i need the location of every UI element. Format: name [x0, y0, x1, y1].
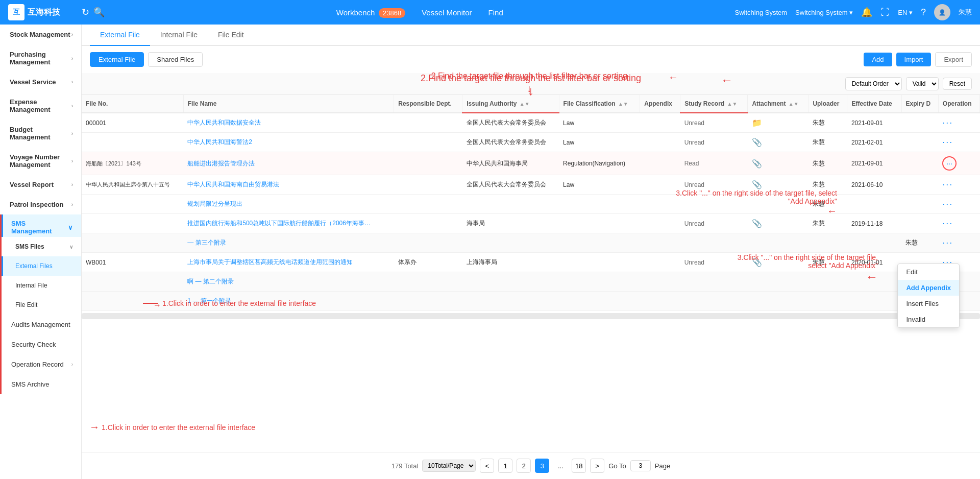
sidebar-item-purchasing-management[interactable]: Purchasing Management › [0, 44, 81, 72]
cell-classification: Regulation(Navigation) [559, 152, 640, 175]
cell-authority: 海事局 [462, 214, 559, 233]
cell-file-name: 中华人民共和国数据安全法 [183, 113, 394, 133]
table-row: 1 — 第一个附录 朱慧 ··· [82, 292, 980, 311]
add-button[interactable]: Add [864, 53, 892, 66]
goto-input[interactable] [630, 460, 651, 471]
cell-study-record: Unread [680, 175, 748, 195]
sidebar-item-expense-management[interactable]: Expense Management › [0, 92, 81, 119]
order-select[interactable]: Default Order [845, 77, 902, 90]
file-name-link[interactable]: 中华人民共和国海警法2 [187, 138, 252, 146]
file-buttons-row: External File Shared Files Add Import Ex… [82, 46, 980, 73]
action-dots-highlighted-button[interactable]: ··· [942, 156, 957, 171]
user-name: 朱慧 [959, 8, 972, 17]
find-nav[interactable]: Find [488, 8, 503, 17]
reset-button[interactable]: Reset [943, 78, 972, 90]
table-row: — 第三个附录 朱慧 ··· [82, 233, 980, 253]
nav-search-icon[interactable]: 🔍 [93, 7, 105, 18]
file-name-link[interactable]: 规划局限过分呈现出 [187, 200, 242, 207]
cell-authority: 上海海事局 [462, 253, 559, 272]
file-name-link[interactable]: 上海市事局关于调整辖区甚高频无线电话频道使用范围的通知 [187, 258, 353, 266]
per-page-select[interactable]: 10Total/Page [422, 460, 476, 472]
action-dots-button[interactable]: ··· [942, 179, 953, 189]
tab-external-file[interactable]: External File [90, 25, 150, 46]
context-menu-insert-files[interactable]: Insert Files [898, 296, 959, 312]
sidebar-item-sms-archive[interactable]: SMS Archive [2, 374, 81, 394]
sidebar-item-operation-record[interactable]: Operation Record › [2, 354, 81, 374]
cell-attachment: 📎 [748, 152, 808, 175]
sidebar-item-security-check[interactable]: Security Check [2, 334, 81, 354]
cell-appendix [640, 175, 680, 195]
action-dots-button[interactable]: ··· [942, 117, 953, 128]
sidebar-item-budget-management[interactable]: Budget Management › [0, 119, 81, 147]
external-file-button[interactable]: External File [90, 52, 144, 67]
sidebar-item-file-edit[interactable]: File Edit [2, 295, 81, 315]
cell-operation: ··· [938, 233, 979, 253]
page-1-button[interactable]: 1 [498, 459, 512, 473]
col-issuing-authority: Issuing Authority ▲▼ [462, 95, 559, 113]
sort-icon: ▲▼ [727, 101, 738, 107]
table-row: 中华人民共和国主席令第八十五号 中华人民共和国海南自由贸易港法 全国人民代表大会… [82, 175, 980, 195]
folder-icon: 📁 [752, 118, 762, 127]
file-name-link[interactable]: 中华人民共和国海南自由贸易港法 [187, 181, 279, 188]
cell-study-record: Unread [680, 214, 748, 233]
page-18-button[interactable]: 18 [572, 459, 586, 473]
context-menu-invalid[interactable]: Invalid [898, 312, 959, 327]
cell-file-name: 规划局限过分呈现出 [183, 195, 394, 214]
sidebar-item-stock-management[interactable]: Stock Management › [0, 25, 81, 44]
page-2-button[interactable]: 2 [517, 459, 531, 473]
action-dots-button[interactable]: ··· [942, 199, 953, 209]
cell-study-record [680, 195, 748, 214]
help-icon[interactable]: ? [921, 7, 926, 18]
sidebar-item-internal-file[interactable]: Internal File [2, 276, 81, 295]
content-tabs: External File Internal File File Edit [82, 25, 980, 46]
nav-back-icon[interactable]: ↻ [82, 7, 89, 18]
horizontal-scrollbar[interactable] [82, 313, 980, 319]
context-menu-add-appendix[interactable]: Add Appendix [898, 280, 959, 296]
valid-select[interactable]: Valid [906, 77, 939, 90]
sidebar-item-sms-management[interactable]: SMS Management ∨ [2, 214, 81, 237]
switching-system-label[interactable]: Switching System ▾ [795, 9, 853, 16]
workbench-nav[interactable]: Workbench 23868 [336, 8, 405, 17]
language-selector[interactable]: EN ▾ [898, 9, 913, 16]
cell-authority [462, 195, 559, 214]
sidebar-item-external-files[interactable]: External Files [2, 256, 81, 276]
cell-file-name: 中华人民共和国海南自由贸易港法 [183, 175, 394, 195]
col-file-classification: File Classification ▲▼ [559, 95, 640, 113]
cell-authority: 中华人民共和国海事局 [462, 152, 559, 175]
file-name-link[interactable]: 中华人民共和国数据安全法 [187, 119, 261, 126]
export-button[interactable]: Export [935, 52, 972, 67]
switching-system[interactable]: Switching System [735, 9, 788, 16]
action-dots-button[interactable]: ··· [942, 137, 953, 147]
vessel-monitor-nav[interactable]: Vessel Monitor [422, 8, 472, 17]
filter-bar: Default Order Valid Reset [82, 73, 980, 95]
notification-icon[interactable]: 🔔 [861, 7, 872, 18]
cell-attachment: 📎 [748, 175, 808, 195]
sidebar-item-sms-files[interactable]: SMS Files ∨ [2, 237, 81, 256]
file-name-link[interactable]: 船舶进出港报告管理办法 [187, 160, 255, 167]
tab-internal-file[interactable]: Internal File [150, 25, 208, 46]
sidebar-item-vessel-report[interactable]: Vessel Report › [0, 175, 81, 195]
sidebar-item-audits-management[interactable]: Audits Management [2, 315, 81, 334]
action-dots-button[interactable]: ··· [942, 218, 953, 228]
import-button[interactable]: Import [896, 53, 932, 66]
sidebar-item-vessel-service[interactable]: Vessel Service › [0, 72, 81, 92]
shared-files-button[interactable]: Shared Files [148, 52, 203, 67]
next-page-button[interactable]: > [590, 459, 604, 473]
cell-effective-date [847, 195, 901, 214]
app-logo[interactable]: 互 互海科技 [8, 4, 69, 20]
sidebar-item-patrol-inspection[interactable]: Patrol Inspection › [0, 195, 81, 214]
cell-sub-name: 啊 — 第二个附录 [183, 272, 901, 292]
sidebar-item-voyage-number-management[interactable]: Voyage Number Management › [0, 147, 81, 175]
cell-file-name: 推进国内航行海船和500总吨以下国际航行船舶履行（2006年海事… [183, 214, 394, 233]
prev-page-button[interactable]: < [480, 459, 494, 473]
col-effective-date: Effective Date [847, 95, 901, 113]
tab-file-edit[interactable]: File Edit [208, 25, 254, 46]
fullscreen-icon[interactable]: ⛶ [880, 7, 890, 18]
user-avatar[interactable]: 👤 [934, 4, 950, 20]
chevron-right-icon: › [71, 182, 73, 187]
page-3-button[interactable]: 3 [535, 459, 549, 473]
action-dots-button[interactable]: ··· [942, 237, 953, 248]
context-menu-edit[interactable]: Edit [898, 264, 959, 280]
file-name-link[interactable]: 推进国内航行海船和500总吨以下国际航行船舶履行（2006年海事… [187, 220, 371, 227]
cell-operation: ··· [938, 214, 979, 233]
